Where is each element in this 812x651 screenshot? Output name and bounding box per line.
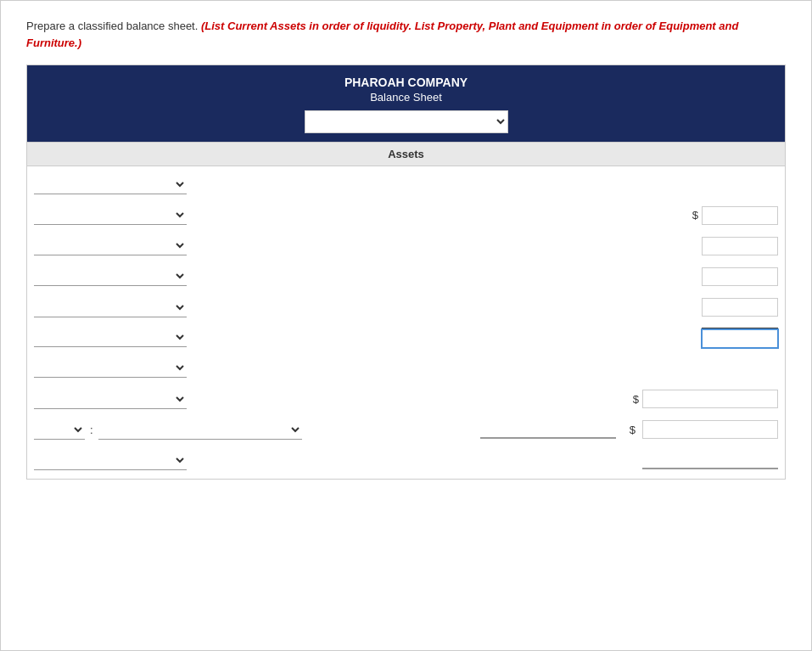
sheet-title: Balance Sheet (36, 91, 776, 104)
label-col: Less : Accumulated Depreciation—Equipmen… (34, 420, 302, 440)
row5-label-select[interactable]: Cash Accounts Receivable Supplies Prepai… (34, 298, 187, 317)
balance-sheet: PHAROAH COMPANY Balance Sheet December 3… (26, 65, 786, 480)
row8-mid-amount-input[interactable] (642, 390, 778, 408)
row6-label-select[interactable]: Cash Accounts Receivable Total Current A… (34, 328, 187, 347)
row10-mid-amount-input[interactable] (642, 451, 778, 469)
dollar-sign: $ (692, 209, 698, 222)
table-row: Cash Accounts Receivable Supplies Prepai… (27, 200, 785, 231)
colon: : (90, 424, 93, 436)
row2-amount-input[interactable] (702, 206, 778, 225)
assets-section-header: Assets (27, 142, 785, 166)
row9-right-amount-input[interactable] (642, 420, 778, 439)
assets-label: Assets (388, 148, 424, 160)
bs-body: Cash Accounts Receivable Supplies Prepai… (27, 166, 785, 479)
row9-dollar-sign: $ (630, 424, 636, 436)
label-col: Cash Accounts Receivable Supplies Prepai… (34, 205, 187, 225)
label-col: Property, Plant and Equipment Total Asse… (34, 358, 187, 378)
row4-label-select[interactable]: Cash Accounts Receivable Supplies Prepai… (34, 267, 187, 286)
row2-label-select[interactable]: Cash Accounts Receivable Supplies Prepai… (34, 205, 187, 225)
row9-left-label-select[interactable]: Less (34, 420, 85, 440)
table-row: Cash Accounts Receivable Supplies Prepai… (27, 292, 785, 323)
row5-amount-input[interactable] (702, 298, 778, 317)
row1-label-select[interactable]: Cash Accounts Receivable Supplies Prepai… (34, 175, 187, 194)
row10-label-select[interactable]: Furniture Land Buildings Total Property,… (34, 451, 187, 470)
row3-label-select[interactable]: Cash Accounts Receivable Supplies Prepai… (34, 236, 187, 255)
date-select[interactable]: December 31, 2025 December 31, 2024 Dece… (305, 110, 508, 133)
label-col: Cash Accounts Receivable Total Current A… (34, 328, 187, 347)
table-row: Property, Plant and Equipment Total Asse… (27, 353, 785, 384)
bs-header: PHAROAH COMPANY Balance Sheet December 3… (27, 65, 785, 142)
row3-amount-input[interactable] (702, 237, 778, 255)
table-row: Cash Accounts Receivable Total Current A… (27, 323, 785, 353)
label-col: Cash Accounts Receivable Supplies Prepai… (34, 175, 187, 194)
page-wrapper: Prepare a classified balance sheet. (Lis… (0, 0, 812, 651)
company-name: PHAROAH COMPANY (36, 76, 776, 89)
label-col: Furniture Land Buildings Total Property,… (34, 451, 187, 470)
row8-dollar-sign: $ (633, 393, 639, 406)
label-col: Cash Accounts Receivable Supplies Prepai… (34, 236, 187, 255)
table-row: Cash Accounts Receivable Supplies Prepai… (27, 261, 785, 292)
instruction-prefix: Prepare a classified balance sheet. (26, 20, 198, 32)
table-row: Cash Accounts Receivable Supplies Prepai… (27, 170, 785, 200)
row9-right-label-select[interactable]: Accumulated Depreciation—Equipment Accum… (98, 420, 302, 440)
row8-label-select[interactable]: Equipment Furniture Land Buildings (34, 390, 187, 409)
row7-label-select[interactable]: Property, Plant and Equipment Total Asse… (34, 358, 187, 378)
row9-right-section: $ (630, 420, 778, 439)
instruction-text: Prepare a classified balance sheet. (Lis… (26, 18, 786, 51)
label-col: Cash Accounts Receivable Supplies Prepai… (34, 298, 187, 317)
row6-amount-input[interactable] (702, 329, 778, 348)
row9-mid-amount-input[interactable] (480, 420, 616, 439)
row4-amount-input[interactable] (702, 267, 778, 286)
table-row: Less : Accumulated Depreciation—Equipmen… (27, 414, 785, 445)
date-dropdown-wrapper[interactable]: December 31, 2025 December 31, 2024 Dece… (305, 110, 508, 133)
table-row: Cash Accounts Receivable Supplies Prepai… (27, 231, 785, 261)
table-row: Furniture Land Buildings Total Property,… (27, 445, 785, 475)
table-row: Equipment Furniture Land Buildings $ (27, 384, 785, 414)
label-col: Cash Accounts Receivable Supplies Prepai… (34, 267, 187, 286)
label-col: Equipment Furniture Land Buildings (34, 390, 187, 409)
